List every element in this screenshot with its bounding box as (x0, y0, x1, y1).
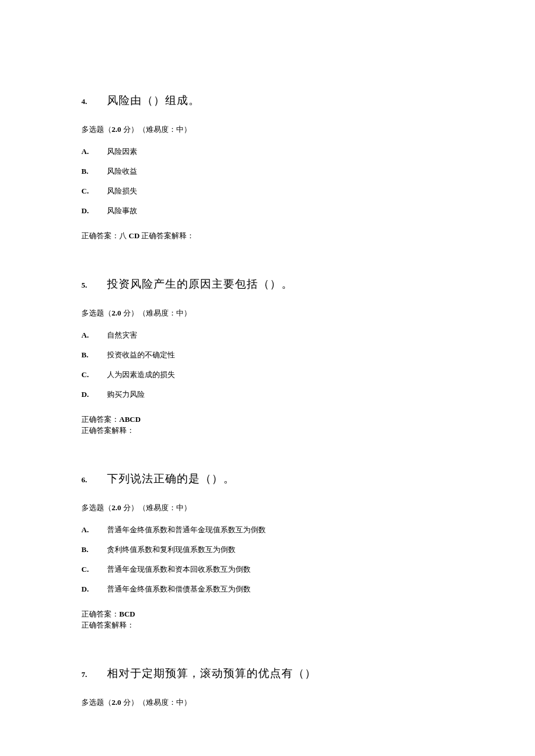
option-row: B. 风险收益 (81, 166, 454, 177)
option-letter: D. (81, 206, 107, 216)
question-header: 5. 投资风险产生的原因主要包括（）。 (81, 277, 454, 292)
question-meta: 多选题（2.0 分）（难易度：中） (81, 308, 454, 318)
question-meta: 多选题（2.0 分）（难易度：中） (81, 124, 454, 135)
document-page: 4. 风险由（）组成。 多选题（2.0 分）（难易度：中） A. 风险因素 B.… (0, 0, 535, 756)
option-letter: B. (81, 545, 107, 554)
meta-suffix: 分）（难易度：中） (121, 125, 191, 134)
option-letter: D. (81, 585, 107, 594)
option-text: 风险损失 (107, 186, 137, 196)
option-row: B. 贪利终值系数和复利现值系数互为倒数 (81, 544, 454, 555)
option-row: D. 普通年金终值系数和偿债基金系数互为倒数 (81, 584, 454, 594)
option-row: A. 自然灾害 (81, 330, 454, 341)
meta-prefix: 多选题（ (81, 503, 112, 512)
option-text: 风险因素 (107, 146, 137, 157)
option-text: 购买力风险 (107, 389, 145, 400)
answer-block: 正确答案：ABCD 正确答案解释： (81, 414, 454, 436)
option-row: B. 投资收益的不确定性 (81, 350, 454, 360)
option-letter: C. (81, 370, 107, 379)
option-letter: C. (81, 565, 107, 574)
question-meta: 多选题（2.0 分）（难易度：中） (81, 503, 454, 513)
option-row: C. 风险损失 (81, 186, 454, 196)
meta-score: 2.0 (112, 503, 121, 512)
question-title: 投资风险产生的原因主要包括（）。 (107, 277, 293, 292)
question-header: 7. 相对于定期预算，滚动预算的优点有（） (81, 666, 454, 681)
question-number: 4. (81, 97, 107, 106)
question-header: 4. 风险由（）组成。 (81, 93, 454, 108)
option-text: 普通年金终值系数和普通年金现值系数互为倒数 (107, 525, 266, 535)
option-text: 风险事故 (107, 206, 137, 216)
answer-value: CD (129, 231, 140, 240)
answer-prefix: 正确答案： (81, 610, 119, 618)
option-letter: B. (81, 350, 107, 360)
question-7: 7. 相对于定期预算，滚动预算的优点有（） 多选题（2.0 分）（难易度：中） (81, 666, 454, 708)
meta-suffix: 分）（难易度：中） (121, 309, 191, 317)
question-number: 7. (81, 670, 107, 679)
question-4: 4. 风险由（）组成。 多选题（2.0 分）（难易度：中） A. 风险因素 B.… (81, 93, 454, 242)
answer-explain-label: 正确答案解释： (81, 619, 454, 631)
question-title: 风险由（）组成。 (107, 93, 200, 108)
answer-block: 正确答案：八 CD 正确答案解释： (81, 230, 454, 242)
answer-value: ABCD (119, 415, 141, 424)
meta-suffix: 分）（难易度：中） (121, 503, 191, 512)
option-row: A. 普通年金终值系数和普通年金现值系数互为倒数 (81, 525, 454, 535)
option-letter: A. (81, 147, 107, 156)
meta-prefix: 多选题（ (81, 309, 112, 317)
question-title: 相对于定期预算，滚动预算的优点有（） (107, 666, 316, 681)
question-meta: 多选题（2.0 分）（难易度：中） (81, 697, 454, 708)
option-row: C. 普通年金现值系数和资本回收系数互为倒数 (81, 564, 454, 575)
option-letter: C. (81, 187, 107, 196)
question-5: 5. 投资风险产生的原因主要包括（）。 多选题（2.0 分）（难易度：中） A.… (81, 277, 454, 436)
meta-score: 2.0 (112, 309, 121, 317)
answer-value: BCD (119, 610, 135, 618)
option-text: 风险收益 (107, 166, 137, 177)
answer-prefix: 正确答案： (81, 415, 119, 424)
option-letter: A. (81, 331, 107, 340)
option-letter: D. (81, 390, 107, 399)
question-header: 6. 下列说法正确的是（）。 (81, 471, 454, 486)
option-text: 贪利终值系数和复利现值系数互为倒数 (107, 544, 236, 555)
option-row: C. 人为因素造成的损失 (81, 370, 454, 380)
meta-score: 2.0 (112, 125, 121, 134)
question-6: 6. 下列说法正确的是（）。 多选题（2.0 分）（难易度：中） A. 普通年金… (81, 471, 454, 631)
option-row: A. 风险因素 (81, 146, 454, 157)
answer-suffix: 正确答案解释： (140, 231, 194, 240)
answer-block: 正确答案：BCD 正确答案解释： (81, 608, 454, 631)
question-number: 5. (81, 281, 107, 290)
answer-prefix: 正确答案：八 (81, 231, 129, 240)
option-text: 投资收益的不确定性 (107, 350, 175, 360)
meta-suffix: 分）（难易度：中） (121, 698, 191, 707)
option-letter: B. (81, 167, 107, 176)
answer-explain-label: 正确答案解释： (81, 425, 454, 436)
question-title: 下列说法正确的是（）。 (107, 471, 235, 486)
question-number: 6. (81, 475, 107, 485)
option-text: 人为因素造成的损失 (107, 370, 175, 380)
option-letter: A. (81, 525, 107, 535)
option-row: D. 风险事故 (81, 206, 454, 216)
meta-prefix: 多选题（ (81, 125, 112, 134)
option-text: 自然灾害 (107, 330, 137, 341)
option-row: D. 购买力风险 (81, 389, 454, 400)
meta-prefix: 多选题（ (81, 698, 112, 707)
option-text: 普通年金现值系数和资本回收系数互为倒数 (107, 564, 251, 575)
option-text: 普通年金终值系数和偿债基金系数互为倒数 (107, 584, 251, 594)
meta-score: 2.0 (112, 698, 121, 707)
